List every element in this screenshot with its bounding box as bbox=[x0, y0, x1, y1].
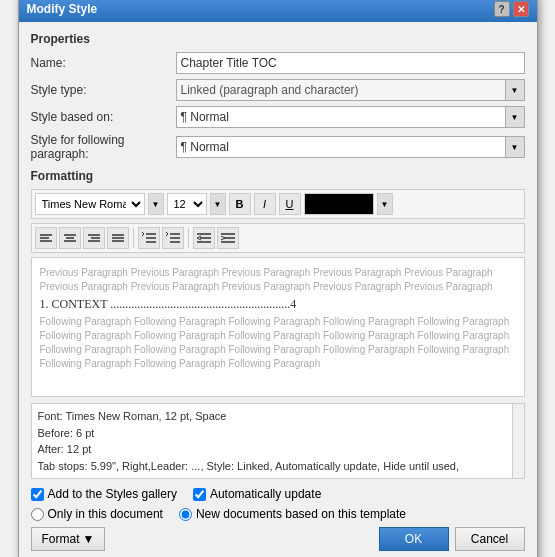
formatting-section-label: Formatting bbox=[31, 169, 525, 183]
line-spacing-button[interactable] bbox=[138, 227, 160, 249]
ok-button[interactable]: OK bbox=[379, 527, 449, 551]
options-row-1: Add to the Styles gallery Automatically … bbox=[31, 487, 525, 501]
size-select[interactable]: 12 bbox=[167, 193, 207, 215]
info-line3: After: 12 pt bbox=[38, 441, 518, 458]
only-doc-label: Only in this document bbox=[48, 507, 163, 521]
bold-button[interactable]: B bbox=[229, 193, 251, 215]
help-button[interactable]: ? bbox=[494, 1, 510, 17]
new-docs-radio[interactable] bbox=[179, 508, 192, 521]
info-line1: Font: Times New Roman, 12 pt, Space bbox=[38, 408, 518, 425]
info-line2: Before: 6 pt bbox=[38, 425, 518, 442]
add-gallery-label: Add to the Styles gallery bbox=[48, 487, 177, 501]
name-row: Name: bbox=[31, 52, 525, 74]
auto-update-label: Automatically update bbox=[210, 487, 321, 501]
title-bar: Modify Style ? ✕ bbox=[19, 0, 537, 22]
info-box: Font: Times New Roman, 12 pt, Space Befo… bbox=[31, 403, 525, 479]
previous-paragraph-text: Previous Paragraph Previous Paragraph Pr… bbox=[40, 266, 516, 294]
following-row: Style for following paragraph: ¶ Normal … bbox=[31, 133, 525, 161]
following-select[interactable]: ¶ Normal bbox=[176, 136, 525, 158]
font-color-button[interactable] bbox=[304, 193, 374, 215]
toolbar-divider-1 bbox=[133, 228, 134, 248]
preview-content: 1. CONTEXT .............................… bbox=[40, 297, 516, 312]
following-label: Style for following paragraph: bbox=[31, 133, 176, 161]
preview-box: Previous Paragraph Previous Paragraph Pr… bbox=[31, 257, 525, 397]
font-arrow: ▼ bbox=[148, 193, 164, 215]
style-type-row: Style type: ▼ bbox=[31, 79, 525, 101]
toolbar-divider-2 bbox=[188, 228, 189, 248]
cancel-button[interactable]: Cancel bbox=[455, 527, 525, 551]
justify-button[interactable] bbox=[107, 227, 129, 249]
name-label: Name: bbox=[31, 56, 176, 70]
new-docs-label: New documents based on this template bbox=[196, 507, 406, 521]
formatting-toolbar: Times New Roman ▼ 12 ▼ B I U ▼ bbox=[31, 189, 525, 219]
align-right-button[interactable] bbox=[83, 227, 105, 249]
based-on-select-wrapper[interactable]: ¶ Normal ▼ bbox=[176, 106, 525, 128]
color-arrow: ▼ bbox=[377, 193, 393, 215]
new-docs-option[interactable]: New documents based on this template bbox=[179, 507, 406, 521]
paragraph-spacing-button[interactable] bbox=[162, 227, 184, 249]
options-row-2: Only in this document New documents base… bbox=[31, 507, 525, 521]
based-on-select[interactable]: ¶ Normal bbox=[176, 106, 525, 128]
name-input[interactable] bbox=[176, 52, 525, 74]
footer-row: Format ▼ OK Cancel bbox=[31, 527, 525, 551]
based-on-row: Style based on: ¶ Normal ▼ bbox=[31, 106, 525, 128]
add-gallery-option[interactable]: Add to the Styles gallery bbox=[31, 487, 177, 501]
properties-section-label: Properties bbox=[31, 32, 525, 46]
based-on-label: Style based on: bbox=[31, 110, 176, 124]
italic-button[interactable]: I bbox=[254, 193, 276, 215]
style-type-label: Style type: bbox=[31, 83, 176, 97]
formatting-section: Formatting Times New Roman ▼ 12 ▼ B I U … bbox=[31, 169, 525, 479]
only-doc-radio[interactable] bbox=[31, 508, 44, 521]
ok-cancel-buttons: OK Cancel bbox=[379, 527, 525, 551]
info-scrollbar[interactable] bbox=[512, 404, 524, 478]
alignment-toolbar bbox=[31, 223, 525, 253]
style-type-select-wrapper: ▼ bbox=[176, 79, 525, 101]
align-center-button[interactable] bbox=[59, 227, 81, 249]
dialog-body: Properties Name: Style type: ▼ Style bas… bbox=[19, 22, 537, 557]
title-bar-buttons: ? ✕ bbox=[494, 1, 529, 17]
format-button[interactable]: Format ▼ bbox=[31, 527, 106, 551]
close-button[interactable]: ✕ bbox=[513, 1, 529, 17]
decrease-indent-button[interactable] bbox=[193, 227, 215, 249]
format-label: Format bbox=[42, 532, 80, 546]
style-type-input bbox=[176, 79, 525, 101]
align-left-button[interactable] bbox=[35, 227, 57, 249]
modify-style-dialog: Modify Style ? ✕ Properties Name: Style … bbox=[18, 0, 538, 557]
auto-update-checkbox[interactable] bbox=[193, 488, 206, 501]
following-select-wrapper[interactable]: ¶ Normal ▼ bbox=[176, 136, 525, 158]
auto-update-option[interactable]: Automatically update bbox=[193, 487, 321, 501]
increase-indent-button[interactable] bbox=[217, 227, 239, 249]
underline-button[interactable]: U bbox=[279, 193, 301, 215]
add-gallery-checkbox[interactable] bbox=[31, 488, 44, 501]
info-line4: Tab stops: 5.99", Right,Leader: ..., Sty… bbox=[38, 458, 518, 475]
following-paragraph-text: Following Paragraph Following Paragraph … bbox=[40, 315, 516, 371]
format-arrow: ▼ bbox=[83, 532, 95, 546]
font-select[interactable]: Times New Roman bbox=[35, 193, 145, 215]
dialog-title: Modify Style bbox=[27, 2, 98, 16]
size-arrow: ▼ bbox=[210, 193, 226, 215]
only-doc-option[interactable]: Only in this document bbox=[31, 507, 163, 521]
